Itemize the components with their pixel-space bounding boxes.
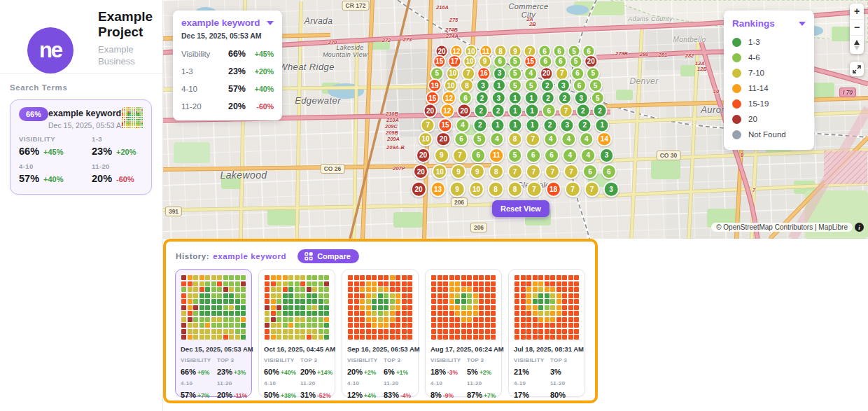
rank-pin[interactable]: 1 <box>525 118 540 132</box>
reset-view-button[interactable]: Reset View <box>492 200 550 217</box>
rank-pin[interactable]: 6 <box>582 164 598 179</box>
rank-pin[interactable]: 7 <box>559 104 573 118</box>
heatmap-cell <box>134 127 135 128</box>
rank-pin[interactable]: 10 <box>468 181 484 197</box>
rank-pin[interactable]: 4 <box>455 118 470 132</box>
heatmap-cell <box>574 329 579 334</box>
heatmap-cell <box>372 317 377 322</box>
heatmap-cell <box>568 293 573 298</box>
rank-pin[interactable]: 7 <box>584 181 600 197</box>
rank-pin[interactable]: 2 <box>491 104 505 118</box>
rank-pin[interactable]: 7 <box>526 181 542 197</box>
rank-pin[interactable]: 5 <box>507 148 523 163</box>
history-scan-card[interactable]: Aug 17, 2025, 06:24 AMVISIBILITY 18%-3%T… <box>425 269 502 397</box>
rank-pin[interactable]: 6 <box>542 104 556 118</box>
rank-pin[interactable]: 7 <box>545 164 560 179</box>
chevron-down-icon[interactable] <box>799 22 806 26</box>
rank-pin[interactable]: 18 <box>545 181 561 197</box>
heatmap-cell <box>526 329 531 334</box>
compare-button[interactable]: Compare <box>298 249 359 263</box>
rank-pin[interactable]: 13 <box>430 181 446 197</box>
heatmap-cell <box>360 335 365 340</box>
rank-pin[interactable]: 2 <box>474 104 489 118</box>
rank-pin[interactable]: 20 <box>411 181 427 197</box>
rank-pin[interactable]: 10 <box>432 164 447 179</box>
stat-value: 20% <box>92 173 112 184</box>
rank-pin[interactable]: 1 <box>525 104 540 118</box>
heatmap-cell <box>396 323 400 328</box>
search-term-card[interactable]: 66% example keyword Dec 15, 2025, 05:53 … <box>10 99 152 195</box>
rank-pin[interactable]: 20 <box>413 164 428 179</box>
rank-pin[interactable]: 7 <box>564 164 579 179</box>
rank-pin[interactable]: 12 <box>440 104 454 118</box>
stat-delta: +2% <box>479 369 491 376</box>
compass-control[interactable] <box>850 36 864 54</box>
heatmap-cell <box>288 293 293 298</box>
stat-value: 8% <box>430 391 442 399</box>
heatmap-cell <box>181 275 186 280</box>
rank-pin[interactable]: 3 <box>603 181 620 197</box>
rank-pin[interactable]: 4 <box>562 148 578 163</box>
heatmap-cell <box>479 281 484 286</box>
rank-pin[interactable]: 7 <box>565 181 581 197</box>
history-scan-card[interactable]: Dec 15, 2025, 05:53 AMVISIBILITY 66%+6%T… <box>175 269 252 397</box>
zoom-in-button[interactable]: + <box>850 4 864 20</box>
map-canvas[interactable]: Commerce CityArvadaLakesideMountain View… <box>162 0 868 239</box>
rank-pin[interactable]: 7 <box>507 164 523 179</box>
rank-pin[interactable]: 3 <box>599 148 615 163</box>
rank-pin[interactable]: 8 <box>488 181 504 197</box>
history-keyword: example keyword <box>213 252 286 260</box>
heatmap-cell <box>378 311 383 316</box>
stat-label: 4-10 <box>181 380 217 386</box>
rank-pin[interactable]: 7 <box>421 118 435 132</box>
history-scan-card[interactable]: Jul 18, 2025, 08:31 AMVISIBILITY 21%TOP … <box>508 269 585 397</box>
rank-pin[interactable]: 3 <box>560 118 575 132</box>
rank-pin[interactable]: 1 <box>595 118 610 132</box>
rank-pin[interactable]: 2 <box>472 118 487 132</box>
rank-pin[interactable]: 7 <box>526 164 541 179</box>
heatmap-cell <box>312 287 317 292</box>
rank-pin[interactable]: 2 <box>542 118 557 132</box>
history-scan-card[interactable]: Oct 16, 2025, 04:45 AMVISIBILITY 60%+40%… <box>258 269 335 397</box>
rank-pin[interactable]: 11 <box>489 148 504 163</box>
rank-pin[interactable]: 4 <box>580 148 596 163</box>
zoom-out-button[interactable]: − <box>850 20 864 36</box>
rank-pin[interactable]: 2 <box>593 104 608 118</box>
rank-pin[interactable]: 9 <box>470 164 485 179</box>
history-stat: 11-20 80% <box>550 380 580 400</box>
heatmap-cell <box>568 335 573 340</box>
rank-pin[interactable]: 6 <box>526 148 541 163</box>
fullscreen-button[interactable] <box>850 62 864 76</box>
rank-pin[interactable]: 6 <box>544 148 559 163</box>
history-stat: 11-20 20%-11% <box>217 380 247 400</box>
rank-pin[interactable]: 6 <box>470 148 486 163</box>
map-attribution[interactable]: © OpenStreetMap Contributors | MapLibre <box>711 223 853 232</box>
stat-value: 12% <box>347 391 363 399</box>
info-icon[interactable]: i <box>855 223 864 232</box>
rank-pin[interactable]: 2 <box>575 104 590 118</box>
rank-pin[interactable]: 2 <box>578 118 592 132</box>
rank-pin[interactable]: 8 <box>507 181 523 197</box>
rank-pin[interactable]: 1 <box>507 118 522 132</box>
rank-pin[interactable]: 20 <box>416 148 431 163</box>
chevron-down-icon[interactable] <box>267 21 274 25</box>
heatmap-cell <box>200 281 204 286</box>
heatmap-cell <box>550 323 555 328</box>
stat-value: 20% <box>217 391 232 399</box>
rank-pin[interactable]: 7 <box>452 148 468 163</box>
rank-pin[interactable]: 9 <box>451 164 466 179</box>
rank-pin[interactable]: 8 <box>489 164 504 179</box>
rank-pin[interactable]: 15 <box>438 118 453 132</box>
heatmap-cell <box>461 329 466 334</box>
rank-pin[interactable]: 20 <box>423 104 438 118</box>
rank-pin[interactable]: 6 <box>601 164 617 179</box>
rank-pin[interactable]: 9 <box>449 181 465 197</box>
rank-pin[interactable]: 9 <box>434 148 449 163</box>
keyword-panel: example keyword Dec 15, 2025, 05:53 AM V… <box>173 11 282 120</box>
heatmap-cell <box>241 323 246 328</box>
rank-pin[interactable]: 1 <box>507 104 522 118</box>
rank-pin[interactable]: 20 <box>457 104 472 118</box>
heatmap-cell <box>467 299 472 304</box>
rank-pin[interactable]: 1 <box>490 118 505 132</box>
history-scan-card[interactable]: Sep 16, 2025, 06:53 AMVISIBILITY 20%+2%T… <box>342 269 419 397</box>
